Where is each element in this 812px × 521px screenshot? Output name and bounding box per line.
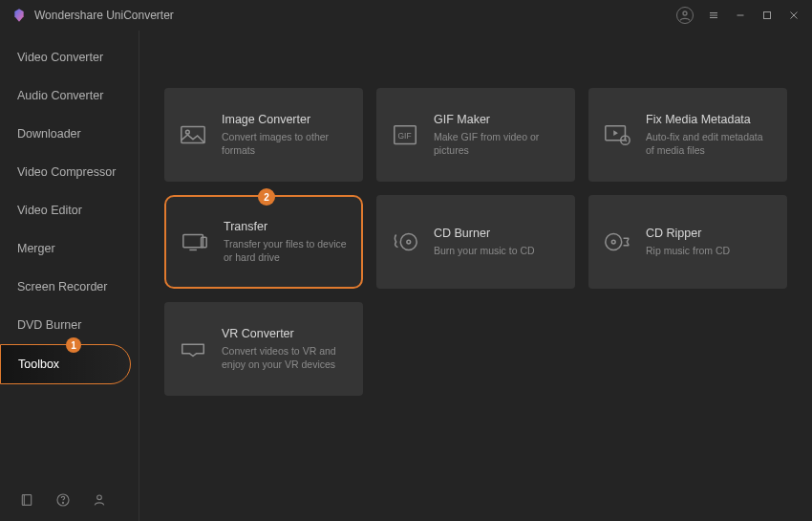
step-badge: 2 [258,188,275,206]
svg-point-12 [97,495,102,500]
svg-rect-20 [183,235,203,248]
svg-point-25 [606,234,622,250]
card-cd-burner[interactable]: CD Burner Burn your music to CD [376,195,575,289]
card-desc: Auto-fix and edit metadata of media file… [646,130,774,157]
maximize-icon[interactable] [760,9,774,22]
card-vr-converter[interactable]: VR Converter Convert videos to VR and en… [164,302,363,396]
minimize-icon[interactable] [734,9,747,22]
card-title: VR Converter [222,327,350,340]
step-badge: 1 [66,337,81,353]
nav-list: Video Converter Audio Converter Download… [0,38,139,384]
svg-marker-18 [613,130,618,136]
fix-metadata-icon [602,119,632,150]
card-title: GIF Maker [434,113,562,126]
svg-rect-5 [764,12,771,19]
cd-ripper-icon [602,227,632,257]
card-cd-ripper[interactable]: CD Ripper Rip music from CD [588,195,787,289]
titlebar: Wondershare UniConverter [0,0,812,31]
svg-point-23 [400,234,417,250]
menu-icon[interactable] [707,9,720,22]
sidebar-item-screen-recorder[interactable]: Screen Recorder [0,268,139,306]
card-desc: Transfer your files to device or hard dr… [224,237,348,264]
app-title: Wondershare UniConverter [34,9,174,22]
user-icon[interactable] [92,492,107,508]
app-logo-icon [11,8,27,23]
svg-point-24 [407,240,411,244]
sidebar-item-video-converter[interactable]: Video Converter [0,38,139,76]
card-title: CD Burner [434,227,535,240]
svg-point-11 [62,502,63,503]
sidebar-item-label: Toolbox [18,358,59,371]
svg-point-0 [683,11,687,15]
sidebar-item-toolbox[interactable]: Toolbox 1 [0,344,131,384]
svg-point-14 [186,130,190,134]
card-image-converter[interactable]: Image Converter Convert images to other … [164,88,363,182]
vr-converter-icon [178,334,208,364]
sidebar-item-downloader[interactable]: Downloader [0,115,139,153]
svg-text:GIF: GIF [398,131,412,141]
svg-rect-13 [182,127,204,143]
sidebar: Video Converter Audio Converter Download… [0,31,139,521]
cd-burner-icon [390,227,420,257]
sidebar-footer [0,479,139,521]
card-desc: Convert videos to VR and enjoy on your V… [222,344,350,371]
close-icon[interactable] [787,9,801,22]
transfer-icon [180,227,210,257]
card-title: Transfer [224,220,348,233]
card-desc: Rip music from CD [646,244,730,257]
card-fix-metadata[interactable]: Fix Media Metadata Auto-fix and edit met… [588,88,787,182]
card-desc: Make GIF from video or pictures [434,130,562,157]
card-title: Fix Media Metadata [646,113,774,126]
card-gif-maker[interactable]: GIF GIF Maker Make GIF from video or pic… [376,88,575,182]
help-icon[interactable] [55,492,71,508]
sidebar-item-video-editor[interactable]: Video Editor [0,191,139,229]
image-converter-icon [178,119,208,150]
card-desc: Burn your music to CD [434,244,535,257]
svg-rect-22 [202,237,207,247]
card-title: CD Ripper [646,227,730,240]
content-area: Image Converter Convert images to other … [139,31,812,521]
sidebar-item-audio-converter[interactable]: Audio Converter [0,76,139,115]
card-title: Image Converter [222,113,350,126]
sidebar-item-merger[interactable]: Merger [0,229,139,268]
account-icon[interactable] [676,7,694,24]
card-desc: Convert images to other formats [222,130,350,157]
sidebar-item-video-compressor[interactable]: Video Compressor [0,153,139,191]
tool-grid: Image Converter Convert images to other … [164,88,787,396]
card-transfer[interactable]: 2 Transfer Transfer your files to device… [164,195,363,289]
svg-point-26 [611,240,615,244]
tutorial-icon[interactable] [19,492,34,508]
gif-maker-icon: GIF [390,119,420,150]
window-controls [676,7,801,24]
